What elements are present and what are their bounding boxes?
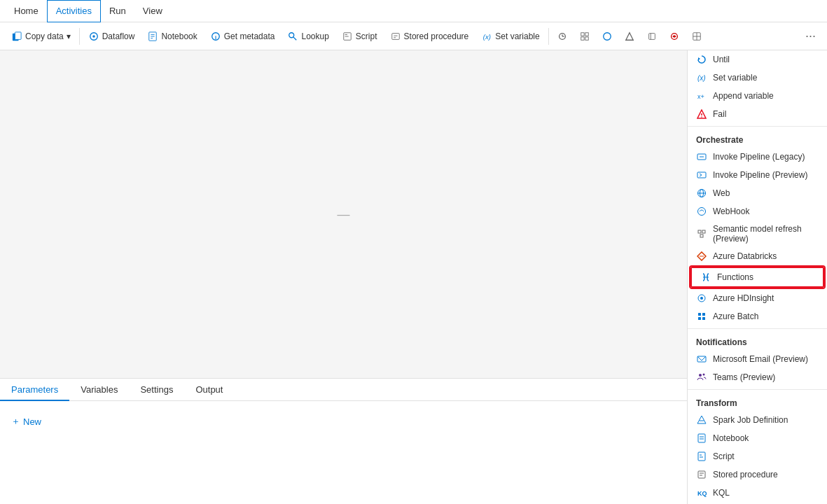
- dataflow-button[interactable]: Dataflow: [83, 28, 141, 45]
- panel-item-teams[interactable]: Teams (Preview): [688, 368, 827, 386]
- divider-transform: [688, 389, 827, 390]
- tab-settings[interactable]: Settings: [129, 379, 184, 401]
- invoke-pipeline-legacy-icon: [696, 151, 707, 162]
- webhook-icon: [696, 206, 707, 217]
- panel-label-fail: Fail: [713, 109, 726, 119]
- new-parameter-button[interactable]: ＋ New: [11, 412, 41, 430]
- section-header-notifications: Notifications: [688, 332, 827, 350]
- menu-run[interactable]: Run: [101, 0, 134, 22]
- panel-item-spark-job[interactable]: Spark Job Definition: [688, 411, 827, 429]
- menu-view[interactable]: View: [134, 0, 171, 22]
- dataflow-icon: [88, 31, 99, 42]
- svg-rect-22: [581, 32, 583, 35]
- notebook-button[interactable]: Notebook: [141, 28, 202, 45]
- tab-output[interactable]: Output: [184, 379, 234, 401]
- panel-item-semantic-model[interactable]: Semantic model refresh (Preview): [688, 220, 827, 247]
- svg-point-60: [699, 374, 702, 377]
- set-variable-button[interactable]: (x) Set variable: [475, 28, 545, 45]
- divider-notifications: [688, 328, 827, 329]
- bottom-content: ＋ New: [0, 401, 687, 442]
- svg-rect-15: [391, 33, 399, 39]
- panel-label-until: Until: [713, 55, 730, 64]
- bottom-panel: Parameters Variables Settings Output ＋ N…: [0, 378, 687, 504]
- svg-point-39: [701, 116, 702, 118]
- until-icon: [696, 54, 707, 65]
- panel-item-until[interactable]: Until: [688, 50, 827, 69]
- functions-icon: [700, 272, 711, 283]
- panel-label-azure-databricks: Azure Databricks: [713, 251, 777, 261]
- panel-item-azure-hdinsight[interactable]: Azure HDInsight: [688, 289, 827, 307]
- svg-rect-55: [698, 313, 701, 316]
- panel-item-invoke-pipeline-legacy[interactable]: Invoke Pipeline (Legacy): [688, 148, 827, 166]
- svg-rect-24: [581, 36, 583, 39]
- panel-item-microsoft-email[interactable]: Microsoft Email (Preview): [688, 350, 827, 368]
- panel-item-stored-procedure2[interactable]: Stored procedure: [688, 465, 827, 484]
- microsoft-email-icon: [696, 354, 707, 365]
- toolbar-icon-4[interactable]: [619, 29, 640, 44]
- script-icon: [342, 31, 353, 42]
- kql-icon: KQL: [696, 487, 707, 498]
- toolbar-icon-3[interactable]: [597, 29, 618, 44]
- script-button[interactable]: Script: [336, 28, 383, 45]
- right-panel: Until (x) Set variable x+ Append variabl…: [687, 50, 827, 504]
- copy-data-button[interactable]: Copy data ▾: [6, 28, 76, 45]
- svg-rect-48: [702, 230, 705, 233]
- stored-procedure-button[interactable]: Stored procedure: [384, 28, 475, 45]
- panel-item-azure-batch[interactable]: Azure Batch: [688, 307, 827, 326]
- panel-label-notebook2: Notebook: [713, 433, 749, 443]
- panel-item-set-variable[interactable]: (x) Set variable: [688, 69, 827, 87]
- get-metadata-button[interactable]: i Get metadata: [204, 28, 281, 45]
- copy-data-icon: [11, 31, 22, 42]
- svg-rect-56: [702, 313, 705, 316]
- notebook2-icon: [696, 433, 707, 444]
- panel-label-invoke-preview: Invoke Pipeline (Preview): [713, 170, 807, 180]
- panel-item-kql[interactable]: KQL KQL: [688, 484, 827, 502]
- svg-marker-62: [697, 416, 706, 424]
- tab-parameters[interactable]: Parameters: [0, 379, 69, 401]
- panel-label-azure-hdinsight: Azure HDInsight: [713, 293, 774, 303]
- menu-home[interactable]: Home: [6, 0, 47, 22]
- toolbar-more-button[interactable]: ···: [800, 26, 821, 46]
- panel-item-script2[interactable]: Script: [688, 447, 827, 465]
- panel-label-append-variable: Append variable: [713, 91, 774, 101]
- divider-orchestrate: [688, 126, 827, 127]
- toolbar-icon-1[interactable]: [552, 29, 573, 44]
- svg-rect-64: [698, 434, 705, 442]
- toolbar-icon-2[interactable]: [574, 29, 595, 44]
- web-icon: [696, 188, 707, 199]
- panel-item-webhook[interactable]: WebHook: [688, 202, 827, 220]
- panel-item-fail[interactable]: Fail: [688, 105, 827, 123]
- azure-hdinsight-icon: [696, 293, 707, 304]
- panel-item-invoke-pipeline-preview[interactable]: Invoke Pipeline (Preview): [688, 166, 827, 184]
- tab-variables[interactable]: Variables: [69, 379, 129, 401]
- stored-procedure-icon: [390, 31, 401, 42]
- panel-item-functions[interactable]: Functions: [690, 267, 824, 288]
- teams-icon: [696, 372, 707, 383]
- panel-item-azure-databricks[interactable]: Azure Databricks: [688, 247, 827, 265]
- canvas-placeholder: —: [338, 207, 350, 222]
- svg-text:(x): (x): [483, 32, 491, 40]
- lookup-button[interactable]: Lookup: [282, 28, 334, 45]
- toolbar-separator-2: [548, 28, 549, 45]
- panel-item-append-variable[interactable]: x+ Append variable: [688, 87, 827, 105]
- invoke-pipeline-preview-icon: [696, 169, 707, 181]
- notebook-icon: [147, 31, 158, 42]
- script2-icon: [696, 451, 707, 462]
- spark-job-icon: [696, 414, 707, 426]
- stored-procedure2-icon: [696, 469, 707, 480]
- toolbar-icon-6[interactable]: [664, 29, 685, 44]
- svg-line-11: [293, 36, 296, 39]
- toolbar-icon-5[interactable]: [641, 29, 662, 44]
- menu-activities[interactable]: Activities: [47, 0, 101, 22]
- svg-rect-49: [700, 234, 703, 237]
- get-metadata-icon: i: [210, 31, 221, 42]
- panel-item-notebook2[interactable]: Notebook: [688, 429, 827, 447]
- panel-label-script2: Script: [713, 451, 735, 461]
- panel-label-kql: KQL: [713, 488, 730, 498]
- canvas-content[interactable]: —: [0, 50, 687, 378]
- toolbar-icon-7[interactable]: [686, 29, 707, 44]
- toolbar-separator-1: [79, 28, 80, 45]
- main-layout: — Parameters Variables Settings Output ＋…: [0, 50, 827, 504]
- panel-item-web[interactable]: Web: [688, 184, 827, 202]
- section-header-transform: Transform: [688, 393, 827, 411]
